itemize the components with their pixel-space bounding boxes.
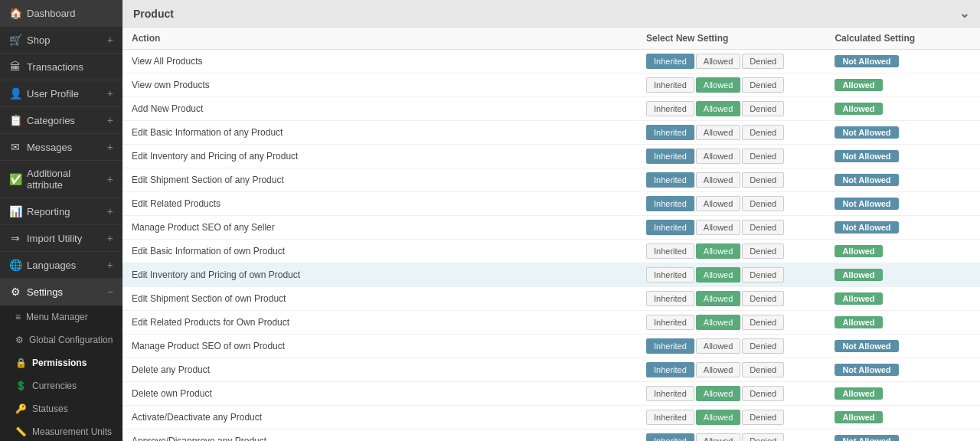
allowed-button[interactable]: Allowed [696, 77, 741, 93]
shop-expand-icon: + [107, 34, 113, 46]
sidebar-item-permissions[interactable]: 🔒 Permissions [0, 351, 122, 374]
product-section-header: Product ⌄ [122, 0, 980, 28]
action-cell: Delete own Product [122, 382, 637, 406]
allowed-button[interactable]: Allowed [696, 433, 741, 441]
inherited-button[interactable]: Inherited [646, 172, 694, 188]
allowed-button[interactable]: Allowed [696, 172, 741, 188]
sidebar-item-statuses[interactable]: 🔑 Statuses [0, 397, 122, 420]
inherited-button[interactable]: Inherited [646, 267, 694, 283]
sidebar-item-global-configuration[interactable]: ⚙ Global Configuration [0, 328, 122, 351]
allowed-button[interactable]: Allowed [696, 196, 741, 211]
inherited-button[interactable]: Inherited [646, 386, 694, 401]
allowed-button[interactable]: Allowed [696, 54, 741, 69]
sidebar-item-messages[interactable]: ✉ Messages + [0, 134, 122, 161]
allowed-button[interactable]: Allowed [696, 220, 741, 235]
inherited-button[interactable]: Inherited [646, 149, 694, 164]
sidebar-label-import-utility: Import Utility [27, 233, 82, 244]
table-row: Edit Shipment Section of own ProductInhe… [122, 287, 980, 311]
sidebar-item-reporting[interactable]: 📊 Reporting + [0, 198, 122, 225]
measurement-units-icon: 📏 [15, 426, 27, 437]
languages-expand-icon: + [107, 259, 113, 271]
inherited-button[interactable]: Inherited [646, 433, 694, 441]
denied-button[interactable]: Denied [742, 362, 784, 377]
denied-button[interactable]: Denied [742, 125, 784, 140]
allowed-button[interactable]: Allowed [696, 338, 741, 354]
inherited-button[interactable]: Inherited [646, 196, 694, 211]
calculated-setting-badge: Not Allowed [835, 364, 898, 376]
sidebar-item-dashboard[interactable]: 🏠 Dashboard [0, 0, 122, 27]
sidebar-label-languages: Languages [27, 260, 76, 271]
select-setting-cell: InheritedAllowedDenied [637, 168, 825, 192]
statuses-icon: 🔑 [15, 403, 27, 414]
transactions-icon: 🏛 [9, 60, 21, 73]
sidebar-item-user-profile[interactable]: 👤 User Profile + [0, 80, 122, 107]
reporting-expand-icon: + [107, 205, 113, 217]
inherited-button[interactable]: Inherited [646, 54, 694, 69]
inherited-button[interactable]: Inherited [646, 125, 694, 140]
allowed-button[interactable]: Allowed [696, 125, 741, 140]
calculated-setting-cell: Not Allowed [825, 358, 980, 382]
denied-button[interactable]: Denied [742, 172, 784, 188]
select-setting-cell: InheritedAllowedDenied [637, 74, 825, 97]
inherited-button[interactable]: Inherited [646, 220, 694, 235]
inherited-button[interactable]: Inherited [646, 315, 694, 330]
denied-button[interactable]: Denied [742, 149, 784, 164]
allowed-button[interactable]: Allowed [696, 267, 741, 283]
allowed-button[interactable]: Allowed [696, 149, 741, 164]
denied-button[interactable]: Denied [742, 410, 784, 425]
denied-button[interactable]: Denied [742, 220, 784, 235]
allowed-button[interactable]: Allowed [696, 291, 741, 306]
table-row: View own ProductsInheritedAllowedDeniedA… [122, 74, 980, 97]
inherited-button[interactable]: Inherited [646, 77, 694, 93]
denied-button[interactable]: Denied [742, 101, 784, 116]
calculated-setting-cell: Allowed [825, 382, 980, 406]
sidebar-item-import-utility[interactable]: ⇒ Import Utility + [0, 225, 122, 252]
sidebar-item-menu-manager[interactable]: ≡ Menu Manager [0, 305, 122, 328]
calculated-setting-cell: Not Allowed [825, 216, 980, 240]
sidebar-item-additional-attribute[interactable]: ✅ Additional attribute + [0, 161, 122, 198]
denied-button[interactable]: Denied [742, 291, 784, 306]
inherited-button[interactable]: Inherited [646, 101, 694, 116]
sidebar-item-languages[interactable]: 🌐 Languages + [0, 252, 122, 279]
allowed-button[interactable]: Allowed [696, 315, 741, 330]
permissions-table: Action Select New Setting Calculated Set… [122, 28, 980, 441]
sidebar-label-messages: Messages [27, 142, 72, 153]
select-setting-cell: InheritedAllowedDenied [637, 145, 825, 168]
allowed-button[interactable]: Allowed [696, 101, 741, 116]
sidebar-item-settings[interactable]: ⚙ Settings − [0, 279, 122, 305]
inherited-button[interactable]: Inherited [646, 410, 694, 425]
calculated-setting-badge: Allowed [835, 269, 882, 281]
action-cell: Add New Product [122, 97, 637, 121]
calculated-setting-cell: Allowed [825, 74, 980, 97]
shop-icon: 🛒 [9, 34, 21, 46]
denied-button[interactable]: Denied [742, 243, 784, 259]
inherited-button[interactable]: Inherited [646, 362, 694, 377]
product-section-chevron[interactable]: ⌄ [959, 6, 969, 21]
denied-button[interactable]: Denied [742, 315, 784, 330]
sidebar-item-measurement-units[interactable]: 📏 Measurement Units [0, 420, 122, 441]
denied-button[interactable]: Denied [742, 338, 784, 354]
inherited-button[interactable]: Inherited [646, 291, 694, 306]
allowed-button[interactable]: Allowed [696, 362, 741, 377]
denied-button[interactable]: Denied [742, 386, 784, 401]
denied-button[interactable]: Denied [742, 267, 784, 283]
allowed-button[interactable]: Allowed [696, 243, 741, 259]
table-row: Edit Related Products for Own ProductInh… [122, 311, 980, 335]
action-cell: Edit Related Products for Own Product [122, 311, 637, 335]
denied-button[interactable]: Denied [742, 196, 784, 211]
sidebar-item-transactions[interactable]: 🏛 Transactions [0, 54, 122, 80]
denied-button[interactable]: Denied [742, 433, 784, 441]
sidebar-item-shop[interactable]: 🛒 Shop + [0, 27, 122, 54]
table-row: Edit Basic Information of any ProductInh… [122, 121, 980, 145]
inherited-button[interactable]: Inherited [646, 338, 694, 354]
allowed-button[interactable]: Allowed [696, 386, 741, 401]
import-utility-icon: ⇒ [9, 232, 21, 244]
allowed-button[interactable]: Allowed [696, 410, 741, 425]
inherited-button[interactable]: Inherited [646, 243, 694, 259]
denied-button[interactable]: Denied [742, 54, 784, 69]
sidebar-item-categories[interactable]: 📋 Categories + [0, 107, 122, 134]
col-header-calc: Calculated Setting [825, 28, 980, 50]
denied-button[interactable]: Denied [742, 77, 784, 93]
sidebar-item-currencies[interactable]: 💲 Currencies [0, 374, 122, 397]
select-setting-cell: InheritedAllowedDenied [637, 430, 825, 442]
